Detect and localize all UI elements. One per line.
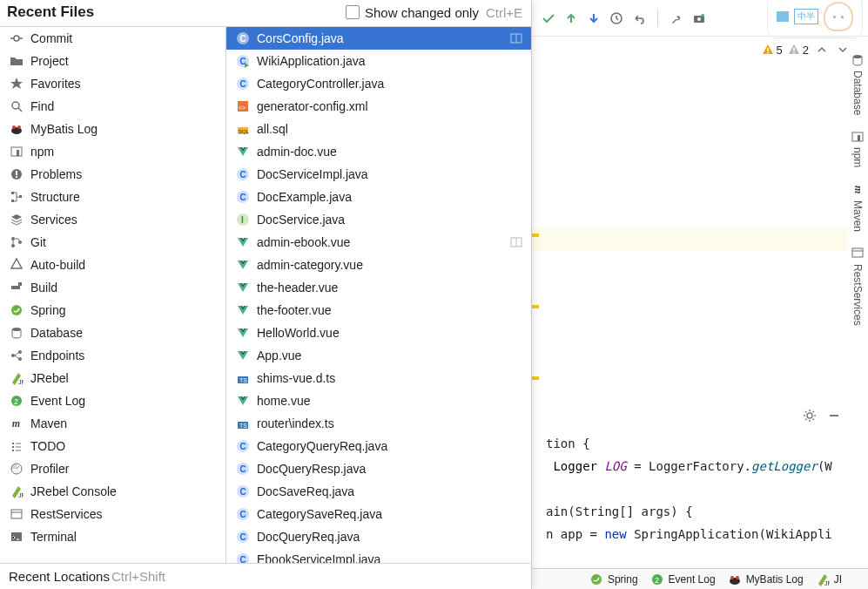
chevron-up-icon[interactable] xyxy=(814,42,830,58)
file-item[interactable]: CCategorySaveReq.java xyxy=(226,503,531,525)
show-changed-only-toggle[interactable]: Show changed only Ctrl+E xyxy=(346,5,522,20)
tool-item-endpoints[interactable]: Endpoints xyxy=(0,344,225,367)
tool-label: Find xyxy=(30,99,54,113)
xml-icon: <> xyxy=(235,99,250,114)
file-label: CategorySaveReq.java xyxy=(257,507,382,521)
tool-item-mybatis-log[interactable]: MyBatis Log xyxy=(0,118,225,140)
editor-highlight-line xyxy=(532,228,847,251)
push-icon[interactable] xyxy=(563,10,579,26)
todo-icon xyxy=(9,439,24,454)
tool-item-terminal[interactable]: Terminal xyxy=(0,525,225,548)
file-item[interactable]: CCategoryQueryReq.java xyxy=(226,435,531,457)
file-item[interactable]: CEbookServiceImpl.java xyxy=(226,548,531,563)
recent-files-popup: Recent Files Show changed only Ctrl+E Co… xyxy=(0,0,532,589)
tool-item-auto-build[interactable]: Auto-build xyxy=(0,254,225,276)
svg-text:JR: JR xyxy=(18,492,24,498)
status-item-mybatis-log[interactable]: MyBatis Log xyxy=(728,572,804,586)
interface-icon: I xyxy=(235,213,250,227)
tool-item-problems[interactable]: Problems xyxy=(0,163,225,186)
vue-icon xyxy=(235,145,250,159)
svg-point-13 xyxy=(591,574,602,585)
tool-item-maven[interactable]: mMaven xyxy=(0,412,225,435)
commit-check-icon[interactable] xyxy=(541,10,556,26)
file-item[interactable]: CDocServiceImpl.java xyxy=(226,163,531,186)
tool-item-npm[interactable]: npm xyxy=(0,140,225,163)
svg-text:C: C xyxy=(239,193,246,202)
tool-item-services[interactable]: Services xyxy=(0,208,225,231)
tool-label: Database xyxy=(30,326,83,340)
file-item[interactable]: CCategoryController.java xyxy=(226,72,531,95)
file-item[interactable]: admin-ebook.vue xyxy=(226,231,531,254)
history-icon[interactable] xyxy=(609,10,624,26)
file-item[interactable]: the-header.vue xyxy=(226,276,531,299)
file-item[interactable]: TSrouter\index.ts xyxy=(226,412,531,435)
tool-item-structure[interactable]: Structure xyxy=(0,186,225,208)
file-item[interactable]: CWikiApplication.java xyxy=(226,50,531,72)
file-item[interactable]: HelloWorld.vue xyxy=(226,322,531,344)
file-item[interactable]: IDocService.java xyxy=(226,208,531,231)
class-icon: C xyxy=(235,167,250,182)
right-tool-restservices[interactable]: RestServices xyxy=(851,246,865,326)
warnings-yellow[interactable]: 5 xyxy=(762,44,783,57)
code-editor[interactable]: tion { Logger LOG = LoggerFactory.getLog… xyxy=(532,427,868,551)
tool-item-jrebel-console[interactable]: JRJRebel Console xyxy=(0,480,225,503)
undo-icon[interactable] xyxy=(631,10,647,26)
svg-text:I: I xyxy=(241,215,244,225)
split-icon[interactable] xyxy=(510,236,522,248)
pull-icon[interactable] xyxy=(586,10,602,26)
right-tool-database[interactable]: Database xyxy=(851,52,865,115)
file-item[interactable]: SQLall.sql xyxy=(226,118,531,140)
right-tool-npm[interactable]: npm xyxy=(851,129,865,167)
file-item[interactable]: admin-doc.vue xyxy=(226,140,531,163)
status-item-spring[interactable]: Spring xyxy=(589,572,638,586)
tool-item-profiler[interactable]: Profiler xyxy=(0,457,225,480)
file-item[interactable]: home.vue xyxy=(226,389,531,412)
tool-item-project[interactable]: Project xyxy=(0,50,225,72)
tool-item-database[interactable]: Database xyxy=(0,322,225,344)
file-item[interactable]: <>generator-config.xml xyxy=(226,95,531,118)
tool-item-build[interactable]: Build xyxy=(0,276,225,299)
tool-item-git[interactable]: Git xyxy=(0,231,225,254)
tool-label: Terminal xyxy=(30,530,77,544)
file-item[interactable]: App.vue xyxy=(226,344,531,367)
tool-item-find[interactable]: Find xyxy=(0,95,225,118)
class-run-icon: C xyxy=(235,54,250,69)
tool-item-favorites[interactable]: Favorites xyxy=(0,72,225,95)
ts-icon: TS xyxy=(235,416,250,431)
tool-item-spring[interactable]: Spring xyxy=(0,299,225,322)
file-item[interactable]: CDocQueryReq.java xyxy=(226,525,531,548)
file-item[interactable]: admin-category.vue xyxy=(226,254,531,276)
wrench-icon[interactable] xyxy=(669,10,684,26)
svg-rect-26 xyxy=(17,150,19,156)
warnings-gray[interactable]: 2 xyxy=(788,44,809,57)
mybatis-icon xyxy=(9,122,24,137)
tool-label: Auto-build xyxy=(30,258,85,272)
tool-windows-list[interactable]: CommitProjectFavoritesFindMyBatis Lognpm… xyxy=(0,27,226,563)
file-item[interactable]: CCorsConfig.java xyxy=(226,27,531,50)
gear-icon[interactable] xyxy=(802,408,818,423)
recent-files-list[interactable]: CCorsConfig.javaCWikiApplication.javaCCa… xyxy=(226,27,531,563)
right-tool-maven[interactable]: mMaven xyxy=(851,182,865,232)
file-item[interactable]: CDocSaveReq.java xyxy=(226,480,531,503)
tool-item-event-log[interactable]: 2Event Log xyxy=(0,389,225,412)
tool-item-todo[interactable]: TODO xyxy=(0,435,225,457)
commit-icon xyxy=(9,31,24,46)
file-item[interactable]: CDocQueryResp.java xyxy=(226,457,531,480)
split-icon[interactable] xyxy=(510,32,522,44)
tool-item-commit[interactable]: Commit xyxy=(0,27,225,50)
status-item-event-log[interactable]: 2Event Log xyxy=(650,572,716,586)
file-label: admin-ebook.vue xyxy=(257,235,350,249)
file-item[interactable]: TSshims-vue.d.ts xyxy=(226,367,531,389)
spring-icon xyxy=(9,303,24,318)
file-item[interactable]: the-footer.vue xyxy=(226,299,531,322)
mascot-widget[interactable]: 中半 xyxy=(767,0,863,38)
tool-item-restservices[interactable]: RestServices xyxy=(0,503,225,525)
svg-rect-29 xyxy=(16,176,17,178)
svg-point-33 xyxy=(11,237,15,240)
checkbox-icon[interactable] xyxy=(346,5,360,19)
minimize-icon[interactable] xyxy=(826,408,842,423)
status-item-ji[interactable]: JRJI xyxy=(816,572,842,586)
tool-item-jrebel[interactable]: JRJRebel xyxy=(0,367,225,389)
camera-icon[interactable] xyxy=(691,10,707,26)
file-item[interactable]: CDocExample.java xyxy=(226,186,531,208)
